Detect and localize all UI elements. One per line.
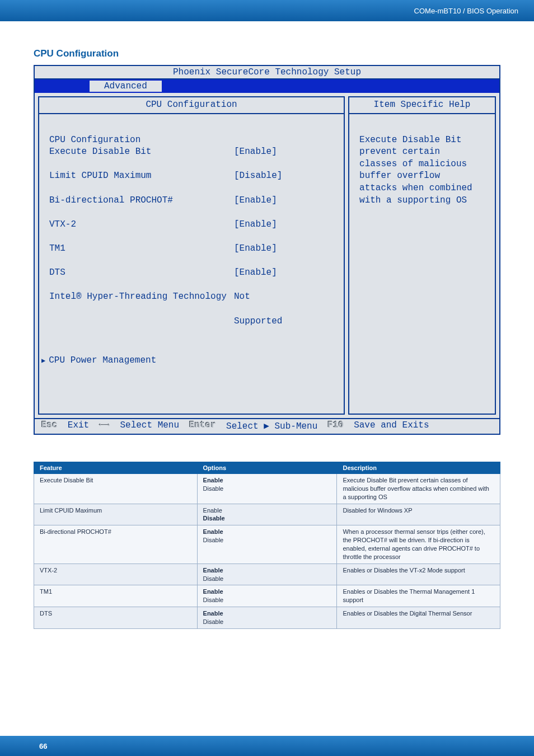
- bios-item-value: [Enable]: [234, 146, 277, 158]
- bios-item-label: Limit CPUID Maximum: [49, 170, 234, 182]
- bios-tab-bar: Advanced: [35, 79, 499, 93]
- bios-item-label: Intel® Hyper-Threading Technology: [49, 291, 234, 303]
- bios-item-value: [Enable]: [234, 267, 277, 279]
- page-footer: 66: [0, 736, 534, 756]
- table-row: Bi-directional PROCHOT# EnableDisable Wh…: [34, 525, 500, 564]
- section-title: CPU Configuration: [34, 48, 500, 59]
- bios-submenu: CPU Power Management: [49, 355, 156, 365]
- bios-item-value: [Disable]: [234, 170, 282, 182]
- cell-options: EnableDisable: [197, 504, 337, 525]
- bios-item-label: Bi-directional PROCHOT#: [49, 195, 234, 207]
- bios-title: Phoenix SecureCore Technology Setup: [35, 66, 499, 79]
- feature-table: Feature Options Description Execute Disa…: [34, 462, 500, 629]
- bios-item-value: [Enable]: [234, 219, 277, 231]
- cell-options: EnableDisable: [197, 585, 337, 607]
- col-options: Options: [197, 462, 337, 474]
- page-number: 66: [39, 742, 47, 750]
- cell-feature: TM1: [34, 585, 198, 607]
- cell-description: Enables or Disables the Digital Thermal …: [337, 607, 500, 629]
- bios-item-label: DTS: [49, 267, 234, 279]
- bios-foot-save: Save and Exits: [354, 420, 429, 431]
- cell-options: EnableDisable: [197, 564, 337, 585]
- cell-description: Enables or Disables the VT-x2 Mode suppo…: [337, 564, 500, 585]
- bios-foot-selectmenu: Select Menu: [120, 420, 179, 431]
- bios-item-label: Execute Disable Bit: [49, 146, 234, 158]
- breadcrumb: COMe-mBT10 / BIOS Operation: [414, 7, 518, 15]
- cell-description: When a processor thermal sensor trips (e…: [337, 525, 500, 564]
- cell-description: Disabled for Windows XP: [337, 504, 500, 525]
- bios-menu-body: CPU Configuration Execute Disable Bit[En…: [39, 114, 344, 414]
- bios-help-line: with a supporting OS: [359, 195, 467, 205]
- bios-key-arrows: ←→: [99, 420, 110, 431]
- bios-item-value: [Enable]: [234, 195, 277, 207]
- table-row: Execute Disable Bit EnableDisable Execut…: [34, 474, 500, 504]
- table-row: TM1 EnableDisable Enables or Disables th…: [34, 585, 500, 607]
- bios-right-panel: Item Specific Help Execute Disable Bit p…: [348, 96, 496, 415]
- bios-foot-selectsub: Select ▶ Sub-Menu: [226, 420, 317, 431]
- bios-help-line: prevent certain: [359, 147, 440, 157]
- cell-options: EnableDisable: [197, 607, 337, 629]
- bios-footer: Esc Exit ←→ Select Menu Enter Select ▶ S…: [35, 418, 499, 434]
- bios-left-panel: CPU Configuration CPU Configuration Exec…: [38, 96, 345, 415]
- bios-item-label: VTX-2: [49, 219, 234, 231]
- cell-feature: VTX-2: [34, 564, 198, 585]
- bios-blank-label: [49, 316, 234, 328]
- bios-right-heading: Item Specific Help: [349, 97, 495, 114]
- col-feature: Feature: [34, 462, 198, 474]
- table-row: Limit CPUID Maximum EnableDisable Disabl…: [34, 504, 500, 525]
- bios-foot-exit: Exit: [68, 420, 89, 431]
- cell-feature: Execute Disable Bit: [34, 474, 198, 504]
- bios-key-f10: F10: [327, 420, 344, 431]
- cell-feature: Bi-directional PROCHOT#: [34, 525, 198, 564]
- bios-menu-heading: CPU Configuration: [49, 135, 140, 145]
- bios-key-esc: Esc: [41, 420, 58, 431]
- bios-tab-advanced: Advanced: [90, 81, 162, 92]
- bios-screenshot: Phoenix SecureCore Technology Setup Adva…: [34, 65, 500, 435]
- chevron-right-icon: [41, 355, 49, 365]
- bios-item-value: [Enable]: [234, 243, 277, 255]
- bios-help-line: classes of malicious: [359, 159, 467, 169]
- bios-item-value: Not: [234, 291, 250, 303]
- col-description: Description: [337, 462, 500, 474]
- cell-description: Execute Disable Bit prevent certain clas…: [337, 474, 500, 504]
- cell-options: EnableDisable: [197, 525, 337, 564]
- bios-help-line: buffer overflow: [359, 171, 440, 181]
- cell-feature: Limit CPUID Maximum: [34, 504, 198, 525]
- cell-description: Enables or Disables the Thermal Manageme…: [337, 585, 500, 607]
- bios-help-line: attacks when combined: [359, 183, 472, 193]
- table-row: DTS EnableDisable Enables or Disables th…: [34, 607, 500, 629]
- bios-item-label: TM1: [49, 243, 234, 255]
- bios-help-line: Execute Disable Bit: [359, 135, 461, 145]
- bios-help-body: Execute Disable Bit prevent certain clas…: [349, 114, 495, 304]
- page-header: COMe-mBT10 / BIOS Operation: [0, 0, 534, 21]
- bios-key-enter: Enter: [189, 420, 216, 431]
- bios-left-heading: CPU Configuration: [39, 97, 344, 114]
- bios-item-value: Supported: [234, 316, 282, 328]
- cell-options: EnableDisable: [197, 474, 337, 504]
- cell-feature: DTS: [34, 607, 198, 629]
- table-row: VTX-2 EnableDisable Enables or Disables …: [34, 564, 500, 585]
